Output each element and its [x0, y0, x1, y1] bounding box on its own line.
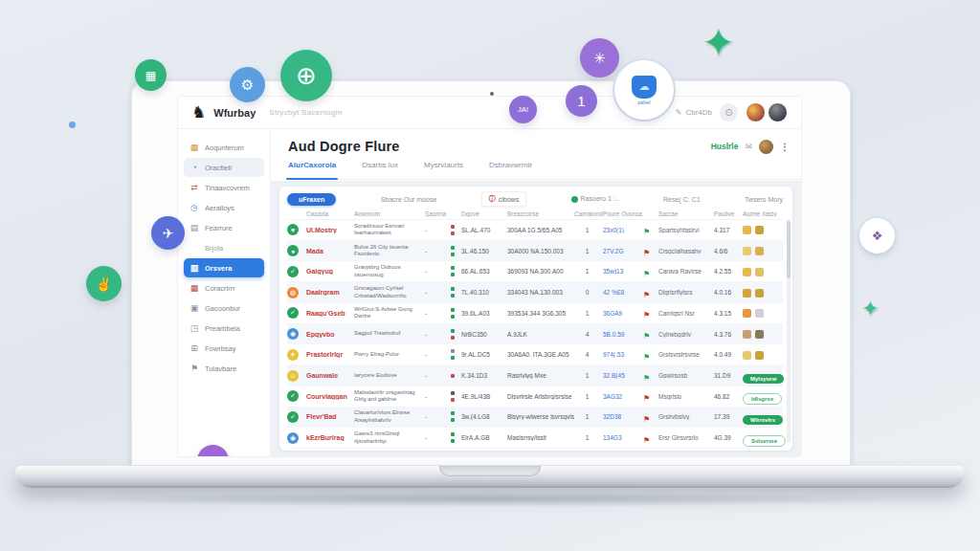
tab-alurcaxorola[interactable]: AlurCaxorola: [288, 161, 336, 179]
cell-dash: -: [425, 351, 446, 358]
cell-link[interactable]: 3AG32: [603, 393, 643, 400]
main-panel: Aud Dogre Flure Huslrle ✉ ⋮ AlurCaxorola…: [271, 129, 801, 456]
sidebar-item-fowrbsay[interactable]: ⊞Fowrbsay: [184, 339, 264, 358]
cell-link[interactable]: 27V.2G: [603, 248, 643, 254]
action-icon[interactable]: [743, 268, 751, 276]
action-icon[interactable]: [755, 309, 764, 318]
avatar[interactable]: [759, 140, 773, 154]
action-icon[interactable]: [743, 226, 751, 234]
table-row[interactable]: ✓Raagu'GsebWrlGrui-S.Avbse Gong Dwrlre-3…: [287, 303, 783, 324]
avatar[interactable]: [746, 102, 766, 122]
period-label[interactable]: Twsero Mory: [745, 196, 783, 203]
sidebar-item-aoqunterum[interactable]: ▦Aoqunterum: [184, 138, 264, 157]
row-status-icon: ✓: [287, 390, 299, 402]
sidebar-item-coracrlrrr[interactable]: ▦Coracrlrrr: [184, 278, 264, 298]
table-row[interactable]: ♥Ul.MostryScradirsuur Esrivari fearhauri…: [287, 220, 783, 241]
table-row[interactable]: ◍DaalrgramGrsnagaom Cyrlsel Crbwtad/Wads…: [287, 282, 783, 303]
bookmark-icon: ⚑: [643, 415, 650, 424]
action-icon[interactable]: [743, 351, 751, 360]
brand-subtitle: Strycbyt Saceniogin: [269, 108, 342, 117]
sidebar-item-icon: ◷: [189, 203, 199, 212]
status-dots: [446, 411, 458, 422]
cell-name: Daalrgram: [306, 289, 354, 296]
column-header-v2: Breacrolrse: [507, 210, 574, 217]
action-icon[interactable]: [743, 330, 751, 339]
settings-circle-icon[interactable]: ⊙: [720, 103, 738, 121]
sidebar-item-tulavbare[interactable]: ⚑Tulavbare: [184, 359, 264, 378]
table-row[interactable]: ✦PrastorlrlgrPwrry Elrag-Polur-9r.AL.DC5…: [287, 344, 783, 365]
action-icon[interactable]: [755, 289, 764, 298]
table-row[interactable]: ◉EpqyvboSagjod Trswtrolruf-NrBC350A.9JLK…: [287, 324, 783, 345]
cell-dots: [446, 308, 461, 319]
cell-link[interactable]: 974(.53: [603, 351, 643, 358]
table-row[interactable]: ✓Flevr'BadClavarlur/vlurs.Elrwse Atsaylr…: [287, 408, 783, 429]
tab-mysrvlaurts[interactable]: Mysrvlaurts: [424, 161, 463, 179]
topbar-link[interactable]: ✎ Cbr4Db: [676, 108, 712, 117]
cell-v2: A.9JLK: [507, 331, 574, 338]
action-icon[interactable]: [755, 268, 764, 276]
status-dot: [451, 391, 455, 395]
status-link[interactable]: Huslrle: [711, 142, 739, 151]
sidebar-item-tinaavcovrem[interactable]: ⇄Tinaavcovrem: [184, 178, 264, 197]
sidebar-item-gacoonbur[interactable]: ▣Gacoonbur: [184, 298, 264, 318]
sidebar-item-oracfieti[interactable]: ◔Oracfieti: [184, 158, 264, 177]
scrollbar-thumb[interactable]: [787, 221, 791, 278]
cell-link[interactable]: 5B.0.59: [603, 331, 643, 338]
action-pill-button[interactable]: Sslsvrsre: [743, 435, 786, 447]
mail-icon[interactable]: ✉: [745, 142, 752, 151]
plane-fab[interactable]: ✈: [197, 445, 229, 457]
cell-desc: Pwrry Elrag-Polur: [354, 351, 425, 359]
action-icon[interactable]: [743, 309, 751, 318]
action-pill-button[interactable]: Wlrrsvlrs: [743, 415, 783, 425]
cell-link[interactable]: 134G3: [603, 434, 643, 441]
cell-mark: ⚑: [643, 263, 658, 280]
action-pill-button[interactable]: Idlsgrsv: [743, 393, 782, 405]
cell-link[interactable]: 32.B(45: [603, 372, 643, 379]
action-icon[interactable]: [755, 330, 764, 339]
reset-label[interactable]: Rese( C: C1: [663, 196, 701, 203]
status-dots: [446, 374, 458, 378]
action-icon[interactable]: [755, 226, 764, 234]
sidebar-item-orsvera[interactable]: ▥Orsvera: [184, 258, 264, 277]
status-dot: [451, 294, 455, 298]
sidebar-item-brjola[interactable]: Brjola: [184, 238, 264, 257]
sidebar-item-prearbbeia[interactable]: ◳Prearbbeia: [184, 319, 264, 338]
cell-link[interactable]: 32D38: [603, 413, 643, 420]
table-row[interactable]: ◉kEzrBurlragGasre3 rbrsGlrsql rljsrsfrar…: [287, 428, 783, 449]
export-chip[interactable]: ⓘ cibows: [481, 191, 526, 207]
action-icon[interactable]: [755, 247, 764, 255]
action-icon[interactable]: [743, 289, 751, 298]
sidebar-item-fearrure[interactable]: ▤Fearrure: [184, 218, 264, 237]
sidebar-item-aeralloys[interactable]: ◷Aeralloys: [184, 198, 264, 217]
cell-link[interactable]: 42 %£8: [603, 289, 643, 296]
table-row[interactable]: ✓GaigyugGravjsbrg Oidroos xsuemosug-66.A…: [287, 261, 783, 282]
cell-icon: ☺: [287, 370, 306, 382]
tab-dsbravwrrnir[interactable]: Dsbravwrrnir: [489, 161, 532, 179]
primary-action-button[interactable]: uFraxen: [287, 193, 336, 206]
cell-link[interactable]: 23x0(1): [603, 227, 643, 233]
cell-name2: Grslrvbslvy: [658, 413, 714, 420]
cell-dash: -: [425, 227, 446, 233]
cell-desc: Gasre3 rbrsGlrsql rljsrsfrarlrrbp: [354, 430, 425, 445]
cell-v2: 369093 NA.300.A00: [507, 268, 574, 275]
table-row[interactable]: ☺GaunwaleIarycsre Eodlove-K.34.1D3Rasriv…: [287, 365, 783, 386]
action-pill-button[interactable]: Mylsyurw: [743, 374, 784, 384]
cell-v1: 9r.AL.DC5: [461, 351, 507, 358]
cell-dash: -: [425, 268, 446, 275]
cell-link[interactable]: 35w)13: [603, 268, 643, 275]
tab-dsarbs-lux[interactable]: Dsarbs lux: [362, 161, 398, 179]
kebab-menu[interactable]: ⋮: [780, 142, 790, 152]
laptop-notch: [439, 466, 541, 476]
cell-dots: [446, 374, 461, 378]
cell-v1: 4E.9L/43B: [461, 393, 507, 400]
status-dot: [451, 398, 455, 402]
table-row[interactable]: ✓CourvlagganMalsslavlrlir orsgaviiriag G…: [287, 386, 783, 408]
action-icon[interactable]: [755, 351, 764, 360]
table-row[interactable]: ●MadaBulve 26 City isuenta Fsordevio-3L.…: [287, 241, 783, 262]
cell-name2: Msgrlslo: [658, 393, 714, 400]
live-status: Rasoero 1 :..: [571, 195, 619, 203]
cell-link[interactable]: 36GA9: [603, 310, 643, 317]
status-dot: [451, 246, 455, 250]
avatar[interactable]: [768, 102, 788, 122]
action-icon[interactable]: [743, 247, 751, 255]
